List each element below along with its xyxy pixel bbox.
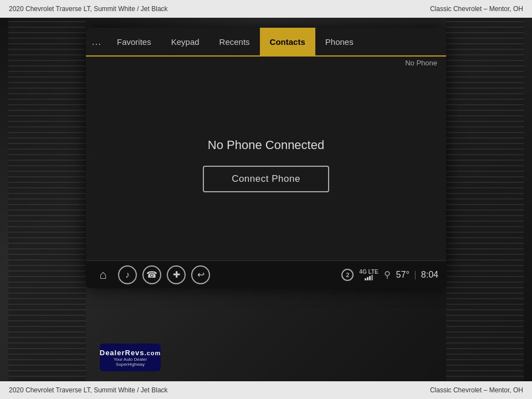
screen-bottom-bar: ⌂ ♪ ☎ ✚ ↩ 2 4G LTE [86,260,446,288]
tab-phones[interactable]: Phones [315,28,364,55]
signal-bar-3 [369,276,371,280]
no-phone-connected-text: No Phone Connected [208,138,324,152]
bottom-bar: 2020 Chevrolet Traverse LT, Summit White… [0,381,532,399]
time-divider: | [414,270,416,279]
bottom-bar-left: 2020 Chevrolet Traverse LT, Summit White… [9,386,168,394]
screen-content: … Favorites Keypad Recents Contacts Phon… [86,28,446,288]
location-icon: ⚲ [384,269,391,280]
watermark-logo-text: DealerRevs [100,349,145,357]
grill-right [446,18,524,381]
temperature-time: 57° | 8:04 [396,270,438,280]
home-icon-button[interactable]: ⌂ [94,265,112,284]
signal-bar-4 [371,275,373,280]
tab-favorites[interactable]: Favorites [107,28,161,55]
time: 8:04 [421,270,438,279]
lte-label: 4G LTE [359,269,378,275]
profile-circle[interactable]: 2 [341,269,354,281]
tab-recents[interactable]: Recents [209,28,260,55]
top-bar-right: Classic Chevrolet – Mentor, OH [430,5,523,13]
tab-contacts[interactable]: Contacts [260,28,315,55]
status-row: No Phone [86,57,446,69]
bottom-bar-right: Classic Chevrolet – Mentor, OH [430,386,523,394]
connect-phone-button[interactable]: Connect Phone [203,166,329,192]
bottom-right-info: 2 4G LTE ⚲ 57° | 8:04 [341,269,438,281]
temperature: 57° [396,270,410,279]
tab-more[interactable]: … [86,28,107,55]
signal-bars [365,275,373,280]
watermark: DealerRevs.com Your Auto Dealer SuperHig… [100,344,161,371]
tabs-row: … Favorites Keypad Recents Contacts Phon… [86,28,446,57]
photo-frame: 2020 Chevrolet Traverse LT, Summit White… [0,0,532,399]
add-icon-button[interactable]: ✚ [167,265,186,284]
main-content: No Phone Connected Connect Phone [86,69,446,260]
watermark-logo: DealerRevs.com [100,349,161,357]
signal-bar-1 [365,278,366,280]
top-bar: 2020 Chevrolet Traverse LT, Summit White… [0,0,532,18]
infotainment-screen: … Favorites Keypad Recents Contacts Phon… [86,28,446,288]
back-icon-button[interactable]: ↩ [191,265,210,284]
lte-badge: 4G LTE [359,269,378,280]
no-phone-badge: No Phone [405,59,437,67]
bottom-icons: ⌂ ♪ ☎ ✚ ↩ [94,265,337,284]
music-icon-button[interactable]: ♪ [118,265,137,284]
watermark-subtitle: Your Auto Dealer SuperHighway [100,357,161,367]
signal-bar-2 [367,277,369,280]
phone-icon-button[interactable]: ☎ [142,265,161,284]
top-bar-left: 2020 Chevrolet Traverse LT, Summit White… [9,5,168,13]
grill-left [8,18,86,381]
watermark-tagline: .com [145,350,161,356]
tab-keypad[interactable]: Keypad [161,28,209,55]
